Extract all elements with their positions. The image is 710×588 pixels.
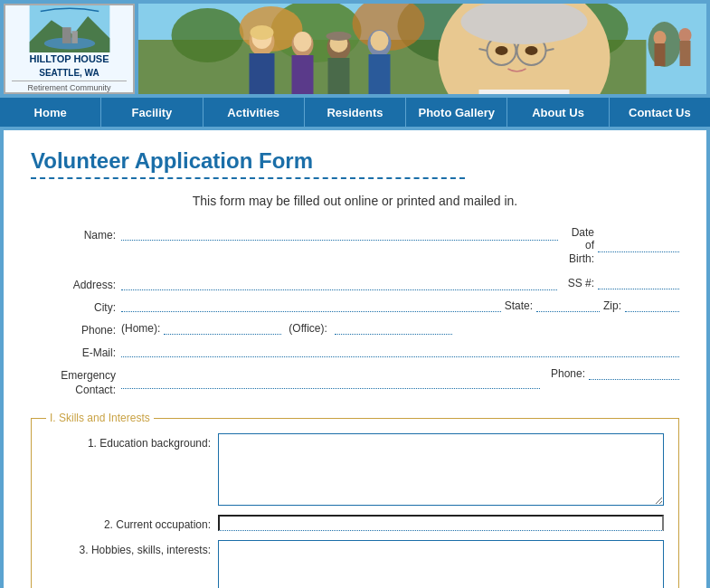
- email-row: E-Mail:: [31, 344, 679, 359]
- nav-residents[interactable]: Residents: [305, 98, 406, 127]
- zip-label: Zip:: [603, 299, 621, 312]
- nav-about-us[interactable]: About Us: [507, 98, 609, 127]
- name-input[interactable]: [121, 227, 558, 241]
- svg-point-39: [654, 31, 667, 45]
- svg-rect-21: [328, 58, 350, 94]
- emergency-phone-input[interactable]: [589, 366, 679, 380]
- svg-point-33: [496, 46, 508, 55]
- form-description: This form may be filled out online or pr…: [31, 194, 679, 208]
- svg-rect-3: [62, 27, 71, 43]
- occupation-row: 2. Current occupation:: [46, 515, 664, 531]
- occupation-label: 2. Current occupation:: [46, 515, 218, 531]
- education-textarea[interactable]: [218, 433, 664, 506]
- phone-label: Phone:: [31, 321, 121, 337]
- address-row: Address: SS #:: [31, 276, 679, 291]
- logo-name: HILLTOP HOUSE SEATTLE, WA: [29, 52, 109, 79]
- city-input[interactable]: [121, 299, 501, 312]
- svg-rect-42: [680, 41, 691, 66]
- hobbies-row: 3. Hobbies, skills, interests:: [46, 540, 664, 588]
- name-row: Name: DateofBirth:: [31, 226, 679, 269]
- city-label: City:: [31, 299, 121, 314]
- city-state-zip-row: City: State: Zip:: [31, 299, 679, 314]
- email-input[interactable]: [121, 344, 679, 357]
- hobbies-label: 3. Hobbies, skills, interests:: [46, 540, 218, 556]
- home-phone-input[interactable]: [164, 321, 281, 335]
- address-label: Address:: [31, 276, 121, 291]
- phone-row: Phone: (Home): (Office):: [31, 321, 679, 337]
- svg-point-16: [251, 25, 274, 40]
- emergency-label: EmergencyContact:: [31, 366, 121, 397]
- banner-photos: [138, 4, 706, 94]
- dob-input[interactable]: [598, 239, 679, 252]
- home-label: (Home):: [121, 322, 160, 335]
- emergency-input[interactable]: [121, 375, 540, 389]
- nav-photo-gallery[interactable]: Photo Gallery: [406, 98, 507, 127]
- svg-point-7: [172, 8, 244, 62]
- ss-label: SS #:: [568, 277, 594, 289]
- main-content: Volunteer Application Form This form may…: [4, 130, 706, 588]
- address-input[interactable]: [121, 277, 557, 290]
- svg-rect-36: [479, 90, 570, 94]
- title-divider: [31, 177, 465, 179]
- hobbies-textarea[interactable]: [218, 540, 664, 588]
- svg-point-23: [327, 32, 352, 41]
- logo-area: HILLTOP HOUSE SEATTLE, WA Retirement Com…: [4, 4, 135, 94]
- svg-rect-40: [655, 43, 666, 66]
- svg-point-41: [679, 28, 692, 43]
- skills-section: I. Skills and Interests 1. Education bac…: [31, 412, 679, 588]
- svg-point-34: [525, 46, 538, 55]
- svg-rect-18: [292, 55, 314, 94]
- office-phone-input[interactable]: [335, 321, 452, 335]
- state-label: State:: [505, 299, 533, 312]
- ss-input[interactable]: [598, 276, 679, 289]
- occupation-input[interactable]: [218, 515, 664, 531]
- svg-rect-4: [71, 31, 77, 43]
- zip-input[interactable]: [625, 299, 679, 312]
- emergency-contact-row: EmergencyContact: Phone:: [31, 366, 679, 397]
- state-input[interactable]: [536, 299, 600, 312]
- email-label: E-Mail:: [31, 344, 121, 359]
- svg-rect-14: [250, 53, 275, 94]
- nav-activities[interactable]: Activities: [204, 98, 305, 127]
- emergency-phone-label: Phone:: [551, 367, 585, 380]
- education-label: 1. Education background:: [46, 433, 218, 450]
- name-label: Name:: [31, 226, 121, 242]
- header: HILLTOP HOUSE SEATTLE, WA Retirement Com…: [0, 0, 710, 98]
- office-label: (Office):: [289, 322, 327, 335]
- page-title: Volunteer Application Form: [31, 148, 679, 174]
- svg-point-26: [371, 31, 389, 51]
- logo-subtitle: Retirement Community: [12, 81, 127, 92]
- nav-facility[interactable]: Facility: [101, 98, 203, 127]
- logo-icon: [20, 5, 119, 52]
- skills-legend: I. Skills and Interests: [46, 412, 154, 424]
- nav-contact-us[interactable]: Contact Us: [610, 98, 710, 127]
- navigation: Home Facility Activities Residents Photo…: [0, 98, 710, 127]
- svg-rect-25: [369, 54, 391, 94]
- nav-home[interactable]: Home: [0, 98, 101, 127]
- education-row: 1. Education background:: [46, 433, 664, 506]
- svg-point-19: [294, 32, 312, 52]
- dob-label: DateofBirth:: [569, 226, 594, 265]
